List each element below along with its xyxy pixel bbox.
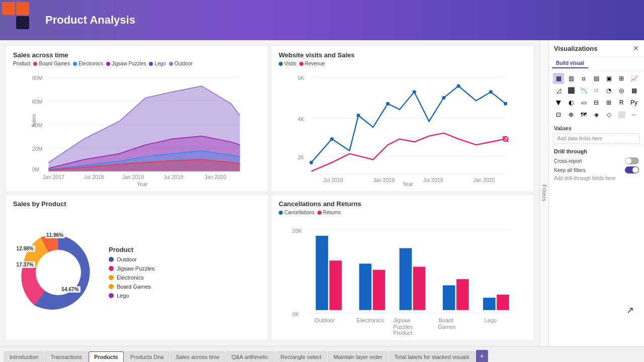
- icon-donut[interactable]: ◎: [616, 85, 627, 96]
- tab-total-labels[interactable]: Total labels for stacked visuals: [389, 351, 475, 362]
- icon-line2[interactable]: 📉: [578, 85, 589, 96]
- tab-build-visual[interactable]: Build visual: [552, 59, 588, 68]
- icon-py-visual[interactable]: Py: [628, 97, 639, 108]
- page-title: Product Analysis: [45, 14, 135, 27]
- icon-map[interactable]: 🗺: [578, 109, 589, 120]
- tab-add-button[interactable]: +: [476, 350, 488, 362]
- tab-maintain-layer[interactable]: Maintain layer order: [328, 351, 388, 362]
- legend-dot-cancellations: [279, 211, 283, 215]
- icon-image[interactable]: ⬜: [616, 109, 627, 120]
- icon-card[interactable]: ▭: [578, 97, 589, 108]
- logo-block-2: [2, 16, 15, 29]
- values-section-label: Values: [549, 122, 644, 132]
- sales-time-title: Sales across time: [13, 51, 261, 59]
- svg-text:Jan 2020: Jan 2020: [473, 177, 495, 183]
- logo: [0, 0, 30, 40]
- tab-products[interactable]: Products: [89, 351, 124, 362]
- viz-empty-area: ↗: [549, 184, 644, 346]
- legend-label-electronics: Electronics: [78, 61, 103, 66]
- main-layout: Sales across time Product Board Games El…: [0, 40, 644, 346]
- icon-clustered-bar[interactable]: ▥: [566, 73, 577, 84]
- legend-product-label: Product: [13, 61, 30, 66]
- svg-text:0M: 0M: [32, 166, 40, 172]
- svg-rect-50: [413, 267, 426, 310]
- close-viz-icon[interactable]: ✕: [633, 44, 639, 52]
- svg-text:60M: 60M: [32, 99, 42, 105]
- legend-boardgames: Board Games: [33, 61, 70, 66]
- icon-filled-map[interactable]: ◈: [591, 109, 602, 120]
- legend-outdoor-label: Outdoor: [117, 256, 137, 262]
- drill-through-section: Drill through Cross-report Keep all filt…: [549, 145, 644, 184]
- icon-100-bar[interactable]: ⧈: [578, 73, 589, 84]
- dashboard: Sales across time Product Board Games El…: [0, 40, 539, 346]
- tab-introduction[interactable]: Introduction: [4, 351, 44, 362]
- legend-dot-returns: [317, 211, 321, 215]
- legend-item-jigsaw: Jigsaw Puzzles: [109, 265, 154, 272]
- icon-custom2[interactable]: ⊕: [566, 109, 577, 120]
- dot-electronics: [109, 275, 114, 280]
- tab-sales-across-time[interactable]: Sales across time: [170, 351, 225, 362]
- legend-returns: Returns: [317, 210, 341, 215]
- icon-custom1[interactable]: ⊡: [553, 109, 564, 120]
- pie-label-outdoor: 54.67%: [60, 286, 80, 293]
- legend-dot-visits: [279, 62, 283, 66]
- svg-rect-47: [359, 263, 372, 310]
- drill-through-title: Drill through: [554, 148, 639, 154]
- icon-scatter[interactable]: ⁙: [591, 85, 602, 96]
- legend-dot-boardgames: [33, 62, 37, 66]
- svg-text:Jan 2019: Jan 2019: [373, 177, 395, 183]
- svg-text:Jul 2018: Jul 2018: [323, 177, 343, 183]
- svg-text:Board: Board: [438, 317, 453, 323]
- content-area: Sales across time Product Board Games El…: [0, 40, 539, 346]
- icon-funnel[interactable]: ⯆: [553, 97, 564, 108]
- svg-text:Jigsaw: Jigsaw: [393, 317, 411, 323]
- legend-label-outdoor: Outdoor: [175, 61, 193, 66]
- svg-rect-45: [316, 236, 329, 310]
- icon-matrix[interactable]: ⊞: [603, 97, 614, 108]
- cancellations-chart: 20K 0K: [279, 217, 526, 335]
- tab-qa-arithmetic[interactable]: Q&A arithmetic: [226, 351, 274, 362]
- icon-stacked-bar[interactable]: ▦: [553, 73, 564, 84]
- icon-area[interactable]: ◿: [553, 85, 564, 96]
- icon-pie[interactable]: ◔: [603, 85, 614, 96]
- legend-label-lego: Lego: [154, 61, 166, 66]
- drill-add-field[interactable]: Add drill-through fields here: [554, 175, 639, 181]
- sales-time-chart: 80M 60M 40M 20M 0M: [13, 68, 261, 186]
- cross-report-row: Cross-report: [554, 157, 639, 164]
- keep-filters-toggle[interactable]: [625, 166, 639, 173]
- icon-clustered-col[interactable]: ▣: [603, 73, 614, 84]
- icon-stacked-area[interactable]: ⬛: [566, 85, 577, 96]
- icon-stacked-col[interactable]: ▤: [591, 73, 602, 84]
- icon-shape[interactable]: ◇: [603, 109, 614, 120]
- cancellations-legend: Cancellations Returns: [279, 210, 526, 215]
- legend-electronics: Electronics: [73, 61, 103, 66]
- icon-line[interactable]: 📈: [628, 73, 639, 84]
- svg-text:Lego: Lego: [485, 317, 497, 323]
- website-visits-legend: Visits Revenue: [279, 61, 526, 66]
- legend-outdoor: Outdoor: [169, 61, 193, 66]
- tab-products-dna[interactable]: Products Dna: [125, 351, 170, 362]
- tab-transactions[interactable]: Transactions: [45, 351, 88, 362]
- legend-label-cancellations: Cancellations: [284, 210, 314, 215]
- icon-treemap[interactable]: ▩: [628, 85, 639, 96]
- tab-rectangle-select[interactable]: Rectangle select: [275, 351, 327, 362]
- svg-rect-48: [373, 270, 385, 310]
- legend-lego-label: Lego: [117, 293, 129, 299]
- icon-gauge[interactable]: ◐: [566, 97, 577, 108]
- svg-point-26: [357, 114, 360, 117]
- icon-table[interactable]: ⊟: [591, 97, 602, 108]
- svg-text:Sales: Sales: [31, 114, 37, 127]
- svg-text:Puzzles: Puzzles: [393, 324, 413, 330]
- icon-r-visual[interactable]: R: [616, 97, 627, 108]
- viz-tab-bar: Build visual: [549, 57, 644, 71]
- cross-report-toggle-knob: [625, 158, 631, 164]
- sales-time-panel: Sales across time Product Board Games El…: [6, 46, 268, 191]
- logo-block-4: [16, 16, 29, 29]
- icon-100-col[interactable]: ⊞: [616, 73, 627, 84]
- cross-report-toggle[interactable]: [625, 157, 639, 164]
- legend-label-visits: Visits: [284, 61, 296, 66]
- icon-more[interactable]: ···: [628, 109, 639, 120]
- legend-label-returns: Returns: [323, 210, 341, 215]
- website-visits-title: Website visits and Sales: [279, 51, 526, 59]
- values-add-field[interactable]: Add data fields here: [553, 133, 640, 144]
